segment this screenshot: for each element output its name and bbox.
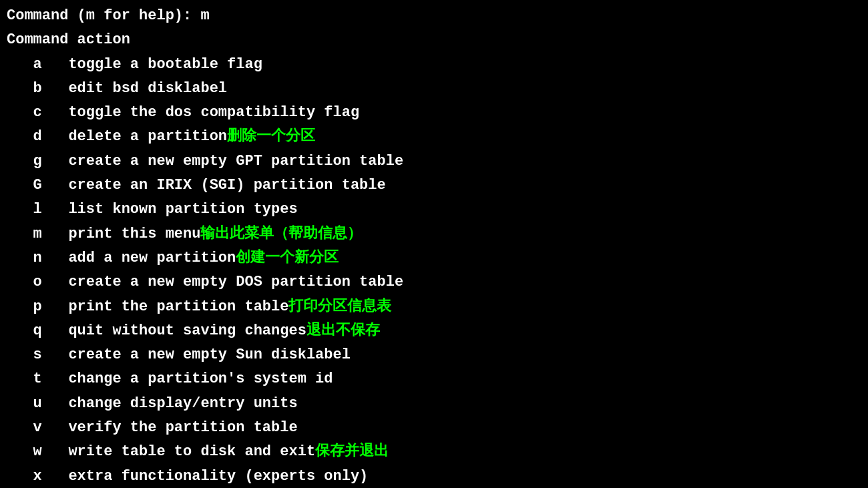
cmd-letter: q — [7, 319, 42, 343]
cmd-desc: print the partition table — [42, 295, 289, 319]
cmd-letter: n — [7, 246, 42, 270]
cmd-letter: w — [7, 440, 42, 464]
cmd-desc: create an IRIX (SGI) partition table — [42, 174, 386, 198]
cmd-letter: m — [7, 222, 42, 246]
cmd-desc: create a new empty DOS partition table — [42, 270, 403, 294]
cmd-annotation: 退出不保存 — [306, 319, 380, 343]
command-line: g create a new empty GPT partition table — [7, 150, 861, 174]
command-line: m print this menu输出此菜单（帮助信息） — [7, 222, 861, 246]
cmd-desc: print this menu — [42, 222, 201, 246]
cmd-desc: change a partition's system id — [42, 367, 333, 391]
cmd-letter: b — [7, 77, 42, 101]
cmd-letter: t — [7, 367, 42, 391]
cmd-letter: s — [7, 343, 42, 367]
command-line: l list known partition types — [7, 198, 861, 222]
cmd-letter: v — [7, 416, 42, 440]
commands-list: a toggle a bootable flag b edit bsd disk… — [7, 53, 861, 488]
cmd-letter: d — [7, 125, 42, 149]
command-line: t change a partition's system id — [7, 367, 861, 391]
action-line: Command action — [7, 28, 861, 52]
command-line: p print the partition table打印分区信息表 — [7, 295, 861, 319]
cmd-desc: verify the partition table — [42, 416, 298, 440]
cmd-letter: l — [7, 198, 42, 222]
cmd-letter: x — [7, 465, 42, 488]
prompt-text: Command (m for help): m — [7, 4, 210, 28]
cmd-annotation: 打印分区信息表 — [288, 295, 391, 319]
cmd-annotation: 输出此菜单（帮助信息） — [200, 222, 362, 246]
command-line: a toggle a bootable flag — [7, 53, 861, 77]
cmd-desc: edit bsd disklabel — [42, 77, 227, 101]
command-line: x extra functionality (experts only) — [7, 465, 861, 488]
command-line: q quit without saving changes退出不保存 — [7, 319, 861, 343]
cmd-letter: g — [7, 150, 42, 174]
cmd-desc: add a new partition — [42, 246, 236, 270]
cmd-desc: quit without saving changes — [42, 319, 306, 343]
action-text: Command action — [7, 28, 130, 52]
cmd-desc: list known partition types — [42, 198, 298, 222]
cmd-letter: c — [7, 101, 42, 125]
cmd-letter: a — [7, 53, 42, 77]
cmd-desc: toggle the dos compatibility flag — [42, 101, 359, 125]
cmd-letter: p — [7, 295, 42, 319]
cmd-desc: write table to disk and exit — [42, 440, 315, 464]
cmd-annotation: 删除一个分区 — [227, 125, 315, 149]
cmd-annotation: 创建一个新分区 — [236, 246, 339, 270]
cmd-desc: create a new empty Sun disklabel — [42, 343, 351, 367]
command-line: d delete a partition删除一个分区 — [7, 125, 861, 149]
command-line: n add a new partition创建一个新分区 — [7, 246, 861, 270]
command-line: c toggle the dos compatibility flag — [7, 101, 861, 125]
cmd-desc: change display/entry units — [42, 392, 298, 416]
prompt-line: Command (m for help): m — [7, 4, 861, 28]
cmd-desc: delete a partition — [42, 125, 227, 149]
cmd-letter: o — [7, 270, 42, 294]
cmd-desc: extra functionality (experts only) — [42, 465, 368, 488]
command-line: w write table to disk and exit保存并退出 — [7, 440, 861, 464]
cmd-desc: toggle a bootable flag — [42, 53, 262, 77]
cmd-desc: create a new empty GPT partition table — [42, 150, 403, 174]
command-line: G create an IRIX (SGI) partition table — [7, 174, 861, 198]
cmd-annotation: 保存并退出 — [315, 440, 389, 464]
command-line: o create a new empty DOS partition table — [7, 270, 861, 294]
command-line: s create a new empty Sun disklabel — [7, 343, 861, 367]
command-line: v verify the partition table — [7, 416, 861, 440]
command-line: b edit bsd disklabel — [7, 77, 861, 101]
terminal-output: Command (m for help): m Command action a… — [7, 4, 861, 488]
cmd-letter: u — [7, 392, 42, 416]
cmd-letter: G — [7, 174, 42, 198]
command-line: u change display/entry units — [7, 392, 861, 416]
